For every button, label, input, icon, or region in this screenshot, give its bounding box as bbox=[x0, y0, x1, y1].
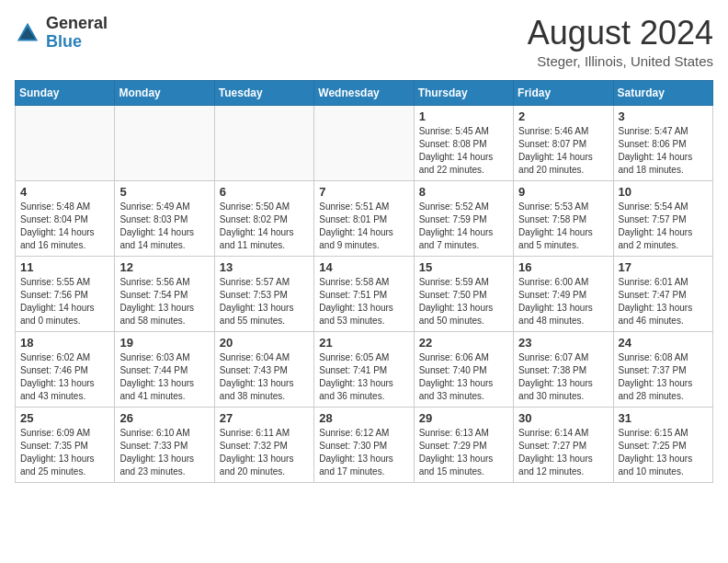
calendar-cell: 17Sunrise: 6:01 AM Sunset: 7:47 PM Dayli… bbox=[613, 256, 712, 331]
calendar-cell: 18Sunrise: 6:02 AM Sunset: 7:46 PM Dayli… bbox=[16, 331, 115, 407]
day-number: 30 bbox=[518, 411, 608, 425]
calendar-cell: 23Sunrise: 6:07 AM Sunset: 7:38 PM Dayli… bbox=[514, 331, 613, 407]
cell-detail-text: Sunrise: 5:56 AM Sunset: 7:54 PM Dayligh… bbox=[119, 276, 209, 327]
cell-detail-text: Sunrise: 6:05 AM Sunset: 7:41 PM Dayligh… bbox=[319, 351, 408, 403]
day-number: 6 bbox=[220, 185, 309, 199]
cell-detail-text: Sunrise: 5:49 AM Sunset: 8:03 PM Dayligh… bbox=[119, 201, 209, 252]
calendar-cell: 11Sunrise: 5:55 AM Sunset: 7:56 PM Dayli… bbox=[16, 256, 115, 331]
calendar-cell: 4Sunrise: 5:48 AM Sunset: 8:04 PM Daylig… bbox=[16, 180, 115, 256]
day-number: 19 bbox=[119, 336, 209, 350]
cell-detail-text: Sunrise: 6:14 AM Sunset: 7:27 PM Dayligh… bbox=[518, 427, 608, 478]
day-number: 29 bbox=[419, 411, 508, 425]
day-number: 14 bbox=[319, 260, 408, 274]
cell-detail-text: Sunrise: 5:55 AM Sunset: 7:56 PM Dayligh… bbox=[20, 276, 109, 327]
calendar-week-row: 11Sunrise: 5:55 AM Sunset: 7:56 PM Dayli… bbox=[16, 256, 713, 331]
calendar-cell: 5Sunrise: 5:49 AM Sunset: 8:03 PM Daylig… bbox=[115, 180, 214, 256]
calendar-week-row: 25Sunrise: 6:09 AM Sunset: 7:35 PM Dayli… bbox=[16, 407, 713, 482]
day-number: 4 bbox=[20, 185, 109, 199]
cell-detail-text: Sunrise: 6:11 AM Sunset: 7:32 PM Dayligh… bbox=[220, 427, 309, 478]
calendar-cell: 29Sunrise: 6:13 AM Sunset: 7:29 PM Dayli… bbox=[414, 407, 513, 482]
calendar-cell: 21Sunrise: 6:05 AM Sunset: 7:41 PM Dayli… bbox=[314, 331, 414, 407]
cell-detail-text: Sunrise: 6:12 AM Sunset: 7:30 PM Dayligh… bbox=[319, 427, 408, 478]
calendar-cell: 7Sunrise: 5:51 AM Sunset: 8:01 PM Daylig… bbox=[314, 180, 414, 256]
day-number: 15 bbox=[419, 260, 508, 274]
cell-detail-text: Sunrise: 5:50 AM Sunset: 8:02 PM Dayligh… bbox=[220, 201, 309, 252]
weekday-header-monday: Monday bbox=[115, 80, 214, 105]
day-number: 12 bbox=[119, 260, 209, 274]
calendar-cell: 6Sunrise: 5:50 AM Sunset: 8:02 PM Daylig… bbox=[214, 180, 313, 256]
day-number: 7 bbox=[319, 185, 408, 199]
calendar-cell bbox=[16, 105, 115, 180]
calendar-cell bbox=[115, 105, 214, 180]
calendar-cell: 25Sunrise: 6:09 AM Sunset: 7:35 PM Dayli… bbox=[16, 407, 115, 482]
weekday-header-thursday: Thursday bbox=[414, 80, 513, 105]
day-number: 1 bbox=[419, 109, 508, 123]
calendar-cell: 22Sunrise: 6:06 AM Sunset: 7:40 PM Dayli… bbox=[414, 331, 513, 407]
cell-detail-text: Sunrise: 5:53 AM Sunset: 7:58 PM Dayligh… bbox=[518, 201, 608, 252]
day-number: 5 bbox=[119, 185, 209, 199]
calendar-week-row: 18Sunrise: 6:02 AM Sunset: 7:46 PM Dayli… bbox=[16, 331, 713, 407]
weekday-header-tuesday: Tuesday bbox=[214, 80, 313, 105]
location-subtitle: Steger, Illinois, United States bbox=[528, 53, 713, 69]
logo-blue-text: Blue bbox=[46, 32, 82, 51]
day-number: 18 bbox=[20, 336, 109, 350]
day-number: 21 bbox=[319, 336, 408, 350]
cell-detail-text: Sunrise: 5:51 AM Sunset: 8:01 PM Dayligh… bbox=[319, 201, 408, 252]
cell-detail-text: Sunrise: 5:52 AM Sunset: 7:59 PM Dayligh… bbox=[419, 201, 508, 252]
cell-detail-text: Sunrise: 5:59 AM Sunset: 7:50 PM Dayligh… bbox=[419, 276, 508, 327]
day-number: 23 bbox=[518, 336, 608, 350]
cell-detail-text: Sunrise: 6:01 AM Sunset: 7:47 PM Dayligh… bbox=[619, 276, 708, 327]
calendar-cell: 1Sunrise: 5:45 AM Sunset: 8:08 PM Daylig… bbox=[414, 105, 513, 180]
day-number: 28 bbox=[319, 411, 408, 425]
calendar-cell: 14Sunrise: 5:58 AM Sunset: 7:51 PM Dayli… bbox=[314, 256, 414, 331]
calendar-cell bbox=[314, 105, 414, 180]
calendar-cell: 8Sunrise: 5:52 AM Sunset: 7:59 PM Daylig… bbox=[414, 180, 513, 256]
day-number: 16 bbox=[518, 260, 608, 274]
day-number: 20 bbox=[220, 336, 309, 350]
calendar-cell: 13Sunrise: 5:57 AM Sunset: 7:53 PM Dayli… bbox=[214, 256, 313, 331]
calendar-cell: 9Sunrise: 5:53 AM Sunset: 7:58 PM Daylig… bbox=[514, 180, 613, 256]
calendar-cell: 24Sunrise: 6:08 AM Sunset: 7:37 PM Dayli… bbox=[613, 331, 712, 407]
day-number: 24 bbox=[619, 336, 708, 350]
weekday-header-row: SundayMondayTuesdayWednesdayThursdayFrid… bbox=[16, 80, 713, 105]
month-year-title: August 2024 bbox=[528, 15, 713, 52]
cell-detail-text: Sunrise: 6:15 AM Sunset: 7:25 PM Dayligh… bbox=[619, 427, 708, 478]
calendar-cell: 31Sunrise: 6:15 AM Sunset: 7:25 PM Dayli… bbox=[613, 407, 712, 482]
calendar-cell: 26Sunrise: 6:10 AM Sunset: 7:33 PM Dayli… bbox=[115, 407, 214, 482]
cell-detail-text: Sunrise: 5:57 AM Sunset: 7:53 PM Dayligh… bbox=[220, 276, 309, 327]
calendar-cell: 16Sunrise: 6:00 AM Sunset: 7:49 PM Dayli… bbox=[514, 256, 613, 331]
calendar-cell: 20Sunrise: 6:04 AM Sunset: 7:43 PM Dayli… bbox=[214, 331, 313, 407]
cell-detail-text: Sunrise: 6:06 AM Sunset: 7:40 PM Dayligh… bbox=[419, 351, 508, 403]
cell-detail-text: Sunrise: 6:03 AM Sunset: 7:44 PM Dayligh… bbox=[119, 351, 209, 403]
day-number: 8 bbox=[419, 185, 508, 199]
day-number: 3 bbox=[619, 109, 708, 123]
day-number: 17 bbox=[619, 260, 708, 274]
cell-detail-text: Sunrise: 6:00 AM Sunset: 7:49 PM Dayligh… bbox=[518, 276, 608, 327]
title-block: August 2024 Steger, Illinois, United Sta… bbox=[528, 15, 713, 69]
cell-detail-text: Sunrise: 6:02 AM Sunset: 7:46 PM Dayligh… bbox=[20, 351, 109, 403]
calendar-cell: 28Sunrise: 6:12 AM Sunset: 7:30 PM Dayli… bbox=[314, 407, 414, 482]
cell-detail-text: Sunrise: 5:58 AM Sunset: 7:51 PM Dayligh… bbox=[319, 276, 408, 327]
weekday-header-sunday: Sunday bbox=[16, 80, 115, 105]
calendar-cell bbox=[214, 105, 313, 180]
calendar-cell: 3Sunrise: 5:47 AM Sunset: 8:06 PM Daylig… bbox=[613, 105, 712, 180]
day-number: 31 bbox=[619, 411, 708, 425]
calendar-cell: 30Sunrise: 6:14 AM Sunset: 7:27 PM Dayli… bbox=[514, 407, 613, 482]
day-number: 22 bbox=[419, 336, 508, 350]
calendar-cell: 12Sunrise: 5:56 AM Sunset: 7:54 PM Dayli… bbox=[115, 256, 214, 331]
cell-detail-text: Sunrise: 5:45 AM Sunset: 8:08 PM Dayligh… bbox=[419, 125, 508, 177]
cell-detail-text: Sunrise: 6:09 AM Sunset: 7:35 PM Dayligh… bbox=[20, 427, 109, 478]
calendar-cell: 2Sunrise: 5:46 AM Sunset: 8:07 PM Daylig… bbox=[514, 105, 613, 180]
logo-general-text: General bbox=[46, 14, 108, 32]
cell-detail-text: Sunrise: 5:46 AM Sunset: 8:07 PM Dayligh… bbox=[518, 125, 608, 177]
calendar-cell: 15Sunrise: 5:59 AM Sunset: 7:50 PM Dayli… bbox=[414, 256, 513, 331]
weekday-header-saturday: Saturday bbox=[613, 80, 712, 105]
cell-detail-text: Sunrise: 6:07 AM Sunset: 7:38 PM Dayligh… bbox=[518, 351, 608, 403]
cell-detail-text: Sunrise: 6:04 AM Sunset: 7:43 PM Dayligh… bbox=[220, 351, 309, 403]
day-number: 25 bbox=[20, 411, 109, 425]
logo: General Blue bbox=[15, 15, 108, 52]
calendar-week-row: 1Sunrise: 5:45 AM Sunset: 8:08 PM Daylig… bbox=[16, 105, 713, 180]
cell-detail-text: Sunrise: 5:48 AM Sunset: 8:04 PM Dayligh… bbox=[20, 201, 109, 252]
day-number: 2 bbox=[518, 109, 608, 123]
cell-detail-text: Sunrise: 6:08 AM Sunset: 7:37 PM Dayligh… bbox=[619, 351, 708, 403]
